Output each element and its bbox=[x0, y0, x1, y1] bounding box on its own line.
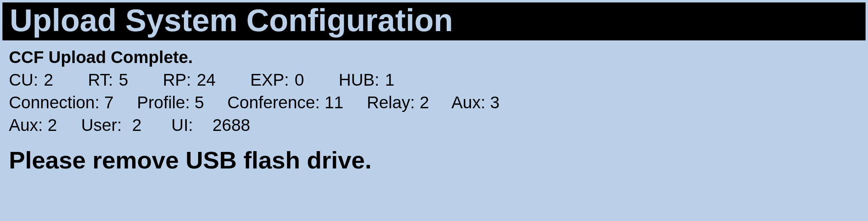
relay-value: 2 bbox=[420, 93, 429, 112]
content-area: CCF Upload Complete. CU:2 RT:5 RP:24 EXP… bbox=[0, 40, 868, 174]
relay-label: Relay: bbox=[367, 93, 415, 112]
rp-value: 24 bbox=[197, 70, 216, 89]
profile-value: 5 bbox=[194, 93, 204, 112]
exp-label: EXP: bbox=[250, 70, 289, 89]
footer-message: Please remove USB flash drive. bbox=[9, 146, 859, 174]
cu-label: CU: bbox=[9, 70, 38, 89]
status-message: CCF Upload Complete. bbox=[9, 48, 859, 67]
exp-value: 0 bbox=[295, 70, 304, 89]
ui-value: 2688 bbox=[212, 116, 250, 135]
ui-label: UI: bbox=[171, 116, 193, 135]
aux-label: Aux: bbox=[452, 93, 486, 112]
hub-label: HUB: bbox=[339, 70, 379, 89]
profile-label: Profile: bbox=[137, 93, 190, 112]
connection-value: 7 bbox=[104, 93, 114, 112]
conference-label: Conference: bbox=[227, 93, 320, 112]
user-value: 2 bbox=[132, 116, 141, 135]
stats-row-2: Connection: 7 Profile: 5 Conference: 11 … bbox=[9, 93, 859, 112]
connection-label: Connection: bbox=[9, 93, 99, 112]
page-header: Upload System Configuration bbox=[2, 2, 866, 40]
rt-label: RT: bbox=[88, 70, 113, 89]
rt-value: 5 bbox=[119, 70, 128, 89]
cu-value: 2 bbox=[44, 70, 53, 89]
aux-value: 3 bbox=[490, 93, 499, 112]
stats-row-3: Aux: 2 User: 2 UI:2688 bbox=[9, 116, 859, 135]
conference-value: 11 bbox=[325, 93, 344, 112]
hub-value: 1 bbox=[385, 70, 394, 89]
rp-label: RP: bbox=[163, 70, 191, 89]
stats-row-1: CU:2 RT:5 RP:24 EXP:0 HUB:1 bbox=[9, 70, 859, 90]
user-label: User: bbox=[81, 116, 122, 135]
aux2-value: 2 bbox=[48, 116, 57, 135]
page-title: Upload System Configuration bbox=[10, 2, 453, 38]
aux2-label: Aux: bbox=[9, 116, 43, 135]
